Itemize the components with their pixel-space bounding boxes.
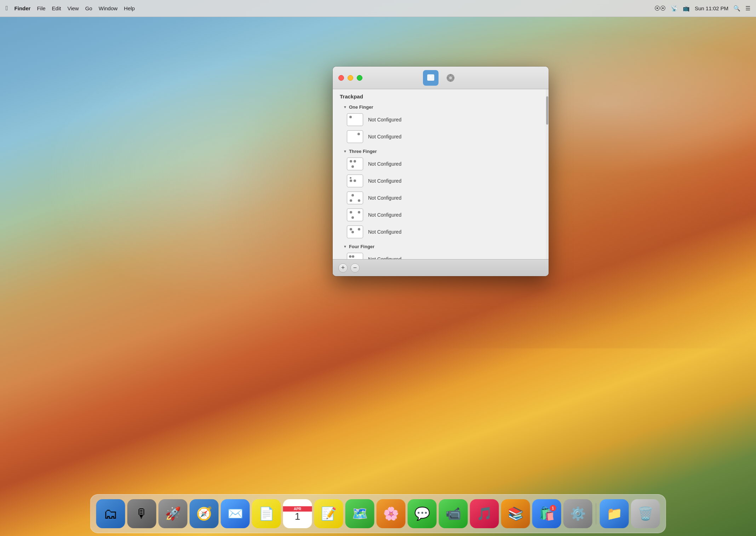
scrollbar-thumb[interactable] [546, 96, 548, 125]
add-button[interactable]: + [338, 263, 348, 273]
dock-item-appstore[interactable]: 🛍️ 1 [532, 499, 561, 528]
section-three-finger: ▼ Three Finger [333, 145, 549, 155]
gesture-row: Not Configured [333, 172, 549, 189]
traffic-lights [338, 75, 362, 81]
window-titlebar [333, 67, 549, 89]
dock-item-facetime[interactable]: 📹 [439, 499, 468, 528]
menu-finder[interactable]: Finder [15, 5, 31, 11]
gesture-icon-3f-2 [347, 175, 363, 187]
dock-item-safari[interactable]: 🧭 [190, 499, 219, 528]
trackpad-gesture-icon[interactable] [423, 70, 439, 86]
window-toolbar: + − [333, 259, 549, 276]
finger-dot [349, 255, 351, 258]
dock-item-launchpad[interactable]: 🚀 [159, 499, 188, 528]
notification-icon[interactable]: ⦿⦿ [654, 5, 666, 12]
finger-dot [351, 216, 354, 219]
gesture-label-3f-3: Not Configured [368, 195, 401, 201]
close-button[interactable] [338, 75, 344, 81]
dock: 🗂 🎙 🚀 🧭 ✉️ 📄 APR 1 📝 🗺️ 🌸 💬 📹 🎵 📚 [90, 494, 666, 533]
dock-item-notes[interactable]: 📄 [252, 499, 281, 528]
finger-dot [358, 228, 360, 230]
dock-item-mail[interactable]: ✉️ [221, 499, 250, 528]
gesture-icon-4f-1 [347, 253, 363, 259]
gesture-label-3f-1: Not Configured [368, 161, 401, 167]
titlebar-icons [423, 70, 458, 86]
gesture-label-3f-4: Not Configured [368, 212, 401, 218]
svg-rect-3 [450, 74, 451, 76]
airdrop-icon[interactable]: 📡 [671, 5, 678, 12]
menu-file[interactable]: File [37, 5, 45, 11]
gesture-icon-3f-5 [347, 226, 363, 238]
dock-item-folder[interactable]: 📁 [600, 499, 629, 528]
dock-item-siri[interactable]: 🎙 [127, 499, 156, 528]
minimize-button[interactable] [348, 75, 353, 81]
apple-logo-icon[interactable]:  [6, 5, 8, 12]
scrollbar-track[interactable] [546, 89, 549, 259]
gesture-row: Not Configured [333, 206, 549, 223]
gesture-icon-1f-1 [347, 113, 363, 126]
gesture-row: Not Configured [333, 251, 549, 259]
triangle-icon: ▼ [343, 245, 347, 249]
gesture-label-1f-2: Not Configured [368, 134, 401, 139]
window-content[interactable]: Trackpad ▼ One Finger Not Configured Not… [333, 89, 549, 259]
gesture-row: Not Configured [333, 111, 549, 128]
menubar:  Finder File Edit View Go Window Help ⦿… [0, 0, 756, 17]
finger-dot [351, 165, 354, 168]
finger-dot [350, 177, 351, 179]
dock-item-stickies[interactable]: 📝 [314, 499, 343, 528]
search-icon[interactable]: 🔍 [733, 5, 740, 12]
dock-item-system-preferences[interactable]: ⚙️ [563, 499, 592, 528]
dock-item-messages[interactable]: 💬 [408, 499, 437, 528]
finger-dot [358, 211, 360, 213]
list-icon[interactable]: ☰ [745, 5, 750, 12]
gesture-label-1f-1: Not Configured [368, 117, 401, 122]
gesture-icon-3f-3 [347, 192, 363, 204]
gesture-icon-3f-1 [347, 158, 363, 170]
menu-edit[interactable]: Edit [52, 5, 61, 11]
gesture-label-3f-5: Not Configured [368, 229, 401, 235]
dock-item-calendar[interactable]: APR 1 [283, 499, 312, 528]
dock-item-trash[interactable]: 🗑️ [631, 499, 660, 528]
airplay-icon[interactable]: 📺 [683, 5, 690, 12]
menu-go[interactable]: Go [85, 5, 92, 11]
finger-dot [350, 160, 352, 162]
finger-dot [358, 199, 360, 202]
finger-dot [354, 179, 356, 182]
menubar-right: ⦿⦿ 📡 📺 Sun 11:02 PM 🔍 ☰ [654, 5, 750, 12]
gesture-row: Not Configured [333, 223, 549, 240]
clock-display: Sun 11:02 PM [695, 5, 728, 11]
finger-dot [350, 199, 352, 202]
dock-item-maps[interactable]: 🗺️ [345, 499, 374, 528]
section-four-finger: ▼ Four Finger [333, 240, 549, 251]
finger-dot [349, 116, 352, 118]
menu-view[interactable]: View [67, 5, 79, 11]
svg-rect-4 [450, 80, 451, 82]
triangle-icon: ▼ [343, 105, 347, 109]
gesture-label-4f-1: Not Configured [368, 256, 401, 259]
menu-window[interactable]: Window [99, 5, 118, 11]
finger-dot [351, 231, 354, 233]
trackpad-window: Trackpad ▼ One Finger Not Configured Not… [333, 67, 549, 276]
section-one-finger: ▼ One Finger [333, 101, 549, 111]
svg-rect-6 [453, 77, 454, 78]
finger-dot [350, 211, 352, 213]
finger-dot [357, 133, 360, 135]
gesture-row: Not Configured [333, 155, 549, 172]
gesture-label-3f-2: Not Configured [368, 178, 401, 184]
svg-rect-5 [447, 77, 448, 78]
dock-separator [596, 503, 596, 524]
gesture-icon-3f-4 [347, 209, 363, 221]
dock-item-music[interactable]: 🎵 [470, 499, 499, 528]
dock-item-books[interactable]: 📚 [501, 499, 530, 528]
remove-button[interactable]: − [350, 263, 360, 273]
menu-help[interactable]: Help [124, 5, 135, 11]
svg-point-2 [449, 76, 452, 79]
gesture-row: Not Configured [333, 189, 549, 206]
maximize-button[interactable] [357, 75, 362, 81]
triangle-icon: ▼ [343, 149, 347, 153]
finger-dot [350, 179, 352, 182]
dock-item-photos[interactable]: 🌸 [377, 499, 406, 528]
system-preferences-icon[interactable] [443, 70, 458, 86]
dock-item-finder[interactable]: 🗂 [96, 499, 125, 528]
finger-dot [350, 228, 352, 230]
